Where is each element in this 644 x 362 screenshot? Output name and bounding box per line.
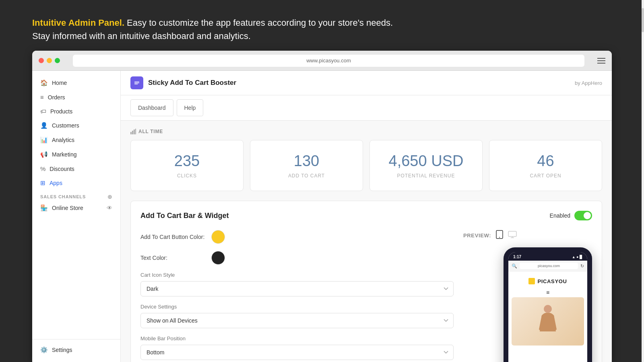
sidebar-item-orders[interactable]: ≡ Orders xyxy=(32,90,120,104)
stat-card-cart-open: 46 CART OPEN xyxy=(489,140,602,191)
device-settings-group: Device Settings Show on All Devices Mobi… xyxy=(140,304,454,328)
maximize-button[interactable] xyxy=(55,58,60,63)
enabled-label: Enabled xyxy=(550,212,570,219)
sales-channels-icons: ⊕ xyxy=(107,193,112,200)
browser-window: www.picasyou.com 🏠 Home ≡ Orders � xyxy=(32,51,612,362)
sidebar-item-marketing[interactable]: 📢 Marketing xyxy=(32,147,120,162)
sidebar-item-analytics[interactable]: 📊 Analytics xyxy=(32,133,120,147)
preview-header: PREVIEW: xyxy=(463,230,517,241)
sidebar-item-label-marketing: Marketing xyxy=(52,151,76,158)
text-color-swatch[interactable] xyxy=(211,251,225,265)
content-area: ALL TIME 235 CLICKS 130 ADD TO CART xyxy=(121,121,612,362)
stat-value-clicks: 235 xyxy=(139,152,235,170)
svg-rect-2 xyxy=(132,131,133,134)
preview-pane: PREVIEW: xyxy=(463,230,592,362)
tab-bar: Dashboard Help xyxy=(121,95,612,121)
phone-signal-icons: ▲ ● ▉ xyxy=(572,255,582,259)
by-apphero-label: by AppHero xyxy=(575,80,602,86)
marketing-icon: 📢 xyxy=(40,151,48,158)
app-header: Sticky Add To Cart Booster by AppHero xyxy=(121,71,612,95)
sidebar-item-settings[interactable]: ⚙️ Settings xyxy=(32,343,120,357)
stat-value-revenue: 4,650 USD xyxy=(378,152,474,170)
minimize-button[interactable] xyxy=(47,58,52,63)
sidebar-item-label-home: Home xyxy=(52,80,67,86)
desktop-preview-icon[interactable] xyxy=(508,231,517,240)
intro-line2: Stay informed with an intuitive dashboar… xyxy=(32,29,612,43)
browser-chrome: www.picasyou.com xyxy=(32,51,612,71)
sidebar-item-label-analytics: Analytics xyxy=(52,137,74,143)
browser-body: 🏠 Home ≡ Orders 🏷 Products 👤 Customers 📊 xyxy=(32,71,612,362)
sidebar-item-products[interactable]: 🏷 Products xyxy=(32,104,120,118)
online-store-row[interactable]: 🏪 Online Store 👁 xyxy=(32,201,120,215)
stat-value-add-to-cart: 130 xyxy=(258,152,355,170)
svg-rect-7 xyxy=(508,231,516,237)
sidebar-item-label-orders: Orders xyxy=(48,94,65,101)
svg-rect-1 xyxy=(130,132,132,134)
phone-logo-box xyxy=(528,278,535,284)
mobile-bar-position-select[interactable]: Bottom Top xyxy=(140,345,454,360)
phone-logo-text: PICASYOU xyxy=(537,278,567,284)
app-header-left: Sticky Add To Cart Booster xyxy=(130,76,236,89)
settings-icon: ⚙️ xyxy=(40,346,48,354)
text-color-row: Text Color: xyxy=(140,251,454,265)
phone-search-icon: 🔍 xyxy=(512,263,517,269)
phone-product-image xyxy=(512,297,584,346)
mobile-preview-icon[interactable] xyxy=(496,230,503,241)
stat-card-clicks: 235 CLICKS xyxy=(130,140,244,191)
button-color-label: Add To Cart Button Color: xyxy=(140,234,205,240)
cart-icon-style-select[interactable]: Dark Light Custom xyxy=(140,281,454,296)
sidebar-item-discounts[interactable]: % Discounts xyxy=(32,162,120,176)
preview-label: PREVIEW: xyxy=(463,232,491,239)
enabled-toggle: Enabled xyxy=(550,211,592,220)
sidebar-item-label-settings: Settings xyxy=(52,347,72,353)
widget-header: Add To Cart Bar & Widget Enabled xyxy=(140,211,592,220)
home-icon: 🏠 xyxy=(40,79,48,86)
stat-label-revenue: POTENTIAL REVENUE xyxy=(378,173,474,179)
discounts-icon: % xyxy=(40,165,45,172)
stat-card-revenue: 4,650 USD POTENTIAL REVENUE xyxy=(369,140,483,191)
cart-icon-style-group: Cart Icon Style Dark Light Custom xyxy=(140,272,454,296)
main-content: Sticky Add To Cart Booster by AppHero Da… xyxy=(121,71,612,362)
tab-help[interactable]: Help xyxy=(177,99,204,116)
phone-content: PICASYOU ≡ xyxy=(508,272,587,349)
sidebar-bottom: ⚙️ Settings xyxy=(32,339,120,357)
customers-icon: 👤 xyxy=(40,122,48,129)
intro-yellow: Intuitive Admin Panel. xyxy=(32,18,124,28)
sidebar-item-apps[interactable]: ⊞ Apps xyxy=(32,176,120,190)
button-color-swatch[interactable] xyxy=(211,230,225,244)
tab-dashboard[interactable]: Dashboard xyxy=(130,99,173,116)
phone-logo-bar: PICASYOU xyxy=(512,275,584,288)
stats-grid: 235 CLICKS 130 ADD TO CART 4,650 USD POT… xyxy=(130,140,602,191)
app-icon xyxy=(130,76,143,89)
phone-browser-bar: 🔍 picasyou.com ↻ xyxy=(508,261,587,272)
traffic-lights xyxy=(39,58,60,63)
svg-rect-3 xyxy=(134,130,135,134)
online-store-icon: 🏪 xyxy=(40,204,48,212)
address-bar[interactable]: www.picasyou.com xyxy=(73,55,584,67)
add-sales-channel-icon[interactable]: ⊕ xyxy=(107,193,112,200)
phone-url: picasyou.com xyxy=(520,263,578,269)
browser-menu-button[interactable] xyxy=(597,58,605,64)
stat-label-clicks: CLICKS xyxy=(139,173,235,179)
eye-icon[interactable]: 👁 xyxy=(107,205,112,211)
enabled-toggle-switch[interactable] xyxy=(574,211,592,220)
orders-icon: ≡ xyxy=(40,94,44,101)
analytics-icon: 📊 xyxy=(40,136,48,144)
intro-header: Intuitive Admin Panel. Easy to customize… xyxy=(0,0,644,51)
button-color-row: Add To Cart Button Color: xyxy=(140,230,454,244)
sidebar-item-home[interactable]: 🏠 Home xyxy=(32,76,120,90)
sidebar-item-label-products: Products xyxy=(50,108,72,115)
app-title: Sticky Add To Cart Booster xyxy=(148,79,236,87)
device-settings-select[interactable]: Show on All Devices Mobile Only Desktop … xyxy=(140,313,454,328)
sidebar-item-customers[interactable]: 👤 Customers xyxy=(32,118,120,133)
apps-icon: ⊞ xyxy=(40,179,45,187)
chart-icon xyxy=(130,129,136,134)
text-color-label: Text Color: xyxy=(140,255,205,261)
intro-rest: Easy to customize the app features accor… xyxy=(124,18,393,28)
sales-channels-label: SALES CHANNELS xyxy=(40,194,86,199)
stat-value-cart-open: 46 xyxy=(497,152,594,170)
sidebar-item-label-customers: Customers xyxy=(52,122,79,129)
close-button[interactable] xyxy=(39,58,44,63)
device-settings-label: Device Settings xyxy=(140,304,454,310)
online-store-left: 🏪 Online Store xyxy=(40,204,83,212)
